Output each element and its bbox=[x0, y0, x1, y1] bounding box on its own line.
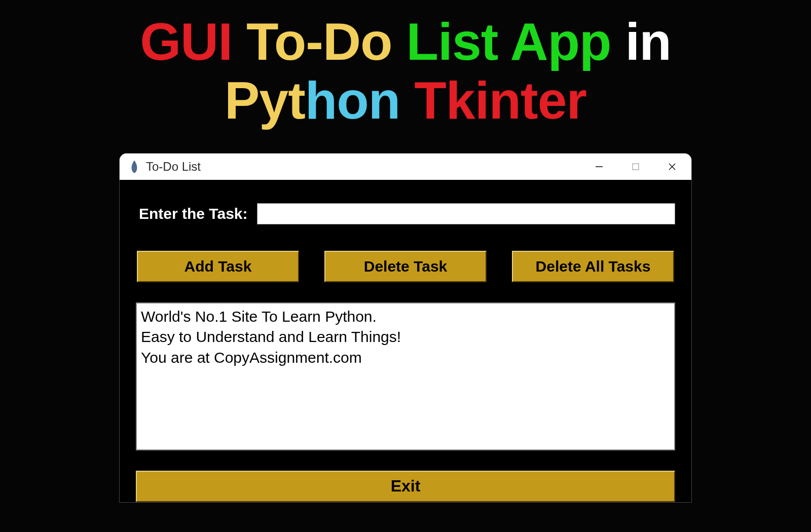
list-item[interactable]: Easy to Understand and Learn Things! bbox=[141, 327, 670, 348]
window-controls bbox=[592, 160, 684, 174]
heading-line-2: Python Tkinter bbox=[0, 71, 811, 130]
svg-rect-1 bbox=[633, 164, 639, 170]
window-title: To-Do List bbox=[146, 160, 201, 174]
exit-button[interactable]: Exit bbox=[136, 471, 675, 502]
button-row: Add Task Delete Task Delete All Tasks bbox=[136, 251, 675, 282]
titlebar[interactable]: To-Do List bbox=[120, 154, 691, 180]
list-item[interactable]: World's No.1 Site To Learn Python. bbox=[141, 307, 670, 327]
app-window: To-Do List Enter the Task: Add Task Dele… bbox=[120, 154, 691, 502]
page-heading: GUI To-Do List App in Python Tkinter bbox=[0, 0, 811, 130]
heading-word-listapp: List App bbox=[406, 12, 611, 71]
tkinter-feather-icon bbox=[130, 160, 139, 174]
close-icon[interactable] bbox=[665, 160, 679, 174]
heading-line-1: GUI To-Do List App in bbox=[0, 12, 811, 71]
list-item[interactable]: You are at CopyAssignment.com bbox=[141, 348, 670, 368]
client-area: Enter the Task: Add Task Delete Task Del… bbox=[120, 180, 691, 502]
heading-word-gui: GUI bbox=[140, 12, 232, 71]
minimize-icon[interactable] bbox=[592, 160, 606, 174]
heading-word-hon: hon bbox=[305, 71, 400, 130]
heading-word-pyt: Pyt bbox=[225, 71, 305, 130]
delete-task-button[interactable]: Delete Task bbox=[324, 251, 487, 282]
task-input-label: Enter the Task: bbox=[139, 205, 248, 222]
task-input[interactable] bbox=[257, 203, 676, 224]
heading-word-tkinter: Tkinter bbox=[414, 71, 586, 130]
add-task-button[interactable]: Add Task bbox=[137, 251, 299, 282]
heading-word-todo: To-Do bbox=[246, 12, 392, 71]
input-row: Enter the Task: bbox=[136, 203, 675, 224]
heading-word-in: in bbox=[625, 12, 671, 71]
delete-all-tasks-button[interactable]: Delete All Tasks bbox=[512, 251, 674, 282]
task-listbox[interactable]: World's No.1 Site To Learn Python. Easy … bbox=[136, 302, 675, 450]
maximize-icon[interactable] bbox=[629, 160, 643, 174]
